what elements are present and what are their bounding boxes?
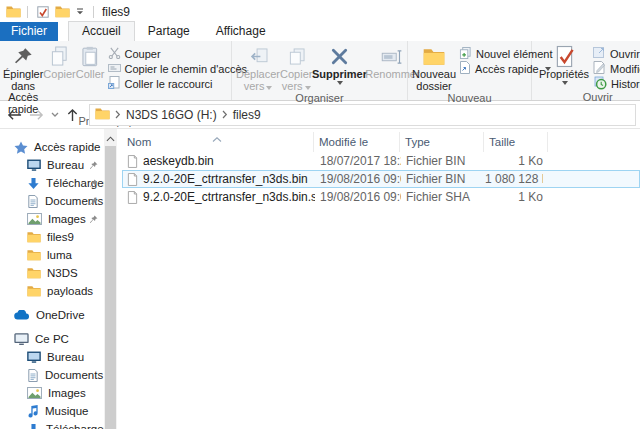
folder-icon bbox=[27, 267, 41, 279]
new-item-icon bbox=[459, 47, 472, 61]
dropdown-arrow bbox=[305, 86, 311, 90]
address-bar: N3DS 16GO (H:) files9 bbox=[0, 101, 640, 129]
scrollbar-up-arrow[interactable] bbox=[106, 131, 115, 145]
sidebar-item-luma[interactable]: luma bbox=[0, 246, 104, 264]
column-headers: Nom Modifié le Type Taille bbox=[122, 132, 640, 152]
desktop-monitor-icon bbox=[27, 159, 41, 172]
column-header-type[interactable]: Type bbox=[400, 132, 484, 152]
sidebar-item-payloads[interactable]: payloads bbox=[0, 282, 104, 300]
downloads-arrow-icon bbox=[27, 423, 40, 429]
sidebar-this-pc[interactable]: Ce PC bbox=[0, 330, 104, 348]
up-button[interactable] bbox=[66, 108, 79, 122]
breadcrumb-chevron-icon bbox=[115, 108, 121, 122]
sidebar-item-pc-documents[interactable]: Documents bbox=[0, 366, 104, 384]
location-folder-icon bbox=[95, 107, 110, 123]
main-area: Accès rapide Bureau Téléchargements Docu… bbox=[0, 129, 640, 429]
ribbon-group-new: Nouveau dossier Nouvel élément Accès rap… bbox=[408, 41, 532, 100]
copy-icon bbox=[50, 44, 69, 69]
paste-shortcut-icon bbox=[108, 76, 121, 91]
sidebar-item-n3ds[interactable]: N3DS bbox=[0, 264, 104, 282]
desktop-monitor-icon bbox=[27, 351, 41, 364]
sidebar-scrollbar[interactable] bbox=[104, 129, 117, 429]
pin-icon bbox=[89, 196, 98, 208]
dropdown-arrow bbox=[266, 86, 272, 90]
column-header-nom[interactable]: Nom bbox=[122, 132, 314, 152]
delete-x-icon bbox=[330, 44, 349, 69]
file-row-ctrtransfer-sha[interactable]: 9.2.0-20E_ctrtransfer_n3ds.bin.sha 19/08… bbox=[122, 188, 640, 206]
edit-button[interactable]: Modifier bbox=[590, 61, 640, 76]
folder-icon bbox=[27, 231, 41, 243]
breadcrumb-drive[interactable]: N3DS 16GO (H:) bbox=[126, 108, 217, 122]
ribbon: Épingler dans Accès rapide Copier Coller… bbox=[0, 41, 640, 101]
column-header-taille[interactable]: Taille bbox=[484, 132, 548, 152]
sidebar-item-documents[interactable]: Documents bbox=[0, 192, 104, 210]
tab-fichier[interactable]: Fichier bbox=[0, 22, 58, 41]
easy-access-icon bbox=[459, 61, 471, 76]
open-small-buttons: Ouvrir Modifier Historique bbox=[590, 43, 640, 91]
pin-to-quick-access-button[interactable]: Épingler dans Accès rapide bbox=[3, 43, 43, 115]
sidebar-onedrive[interactable]: OneDrive bbox=[0, 306, 104, 324]
tab-accueil[interactable]: Accueil bbox=[68, 21, 135, 41]
open-icon bbox=[593, 46, 606, 61]
scrollbar-thumb[interactable] bbox=[105, 146, 116, 429]
clipboard-icon bbox=[82, 44, 99, 69]
breadcrumb-folder[interactable]: files9 bbox=[233, 108, 261, 122]
pin-icon bbox=[89, 214, 98, 226]
sidebar-item-images[interactable]: Images bbox=[0, 210, 104, 228]
file-row-ctrtransfer-bin[interactable]: 9.2.0-20E_ctrtransfer_n3ds.bin 19/08/201… bbox=[122, 170, 640, 188]
breadcrumb[interactable]: N3DS 16GO (H:) files9 bbox=[89, 104, 636, 126]
pushpin-icon bbox=[13, 44, 33, 69]
open-button[interactable]: Ouvrir bbox=[590, 46, 640, 61]
pictures-image-icon bbox=[27, 387, 42, 399]
window-title: files9 bbox=[102, 5, 130, 19]
copy-to-button[interactable]: Copier vers bbox=[280, 43, 312, 92]
ribbon-group-open: Propriétés Ouvrir Modifier H bbox=[532, 41, 640, 100]
column-header-modifie[interactable]: Modifié le bbox=[314, 132, 400, 152]
sidebar-item-files9[interactable]: files9 bbox=[0, 228, 104, 246]
qat-new-folder-button[interactable] bbox=[55, 5, 70, 18]
pictures-image-icon bbox=[27, 213, 42, 225]
blank-file-page-icon bbox=[127, 191, 138, 204]
history-button[interactable]: Historique bbox=[590, 76, 640, 91]
rename-icon bbox=[381, 44, 404, 69]
group-label-open: Ouvrir bbox=[532, 91, 640, 104]
documents-page-icon bbox=[27, 195, 39, 208]
title-bar: files9 bbox=[0, 0, 640, 23]
file-row-aeskeydb[interactable]: aeskeydb.bin 18/07/2017 18:23 Fichier BI… bbox=[122, 152, 640, 170]
scissors-icon bbox=[108, 47, 121, 61]
new-folder-icon bbox=[423, 44, 445, 69]
sidebar-item-bureau[interactable]: Bureau bbox=[0, 156, 104, 174]
qat-customize-chevron[interactable] bbox=[76, 8, 84, 15]
properties-button[interactable]: Propriétés bbox=[538, 43, 590, 85]
dropdown-arrow bbox=[562, 81, 568, 85]
copy-path-button[interactable]: Copier le chemin d'accès bbox=[105, 61, 251, 76]
edit-pencil-icon bbox=[593, 61, 606, 76]
history-icon bbox=[593, 76, 607, 92]
forward-button[interactable] bbox=[29, 109, 44, 121]
sidebar-item-telechargements[interactable]: Téléchargements bbox=[0, 174, 104, 192]
paste-shortcut-button[interactable]: Coller le raccourci bbox=[105, 76, 251, 91]
file-explorer-window: files9 Fichier Accueil Partage Affichage… bbox=[0, 0, 640, 429]
qat-properties-button[interactable] bbox=[37, 6, 49, 18]
back-button[interactable] bbox=[7, 109, 22, 121]
titlebar-separator bbox=[93, 6, 94, 18]
tab-partage[interactable]: Partage bbox=[135, 22, 203, 41]
sidebar-quick-access[interactable]: Accès rapide bbox=[0, 138, 104, 156]
sidebar-item-pc-telechargements[interactable]: Téléchargements bbox=[0, 420, 104, 429]
clipboard-small-buttons: Couper Copier le chemin d'accès Coller l… bbox=[105, 43, 251, 91]
downloads-arrow-icon bbox=[27, 177, 40, 190]
paste-button[interactable]: Coller bbox=[76, 43, 105, 81]
sidebar-item-pc-images[interactable]: Images bbox=[0, 384, 104, 402]
tab-affichage[interactable]: Affichage bbox=[203, 22, 279, 41]
recent-locations-button[interactable] bbox=[51, 112, 59, 117]
copy-button[interactable]: Copier bbox=[43, 43, 75, 81]
new-folder-button[interactable]: Nouveau dossier bbox=[412, 43, 456, 92]
move-to-button[interactable]: Déplacer vers bbox=[236, 43, 280, 92]
sidebar-item-pc-musique[interactable]: Musique bbox=[0, 402, 104, 420]
delete-button[interactable]: Supprimer bbox=[312, 43, 366, 85]
folder-icon bbox=[27, 285, 41, 297]
titlebar-separator bbox=[27, 6, 28, 18]
sidebar-item-pc-bureau[interactable]: Bureau bbox=[0, 348, 104, 366]
cut-button[interactable]: Couper bbox=[105, 46, 251, 61]
breadcrumb-chevron-icon bbox=[222, 108, 228, 122]
